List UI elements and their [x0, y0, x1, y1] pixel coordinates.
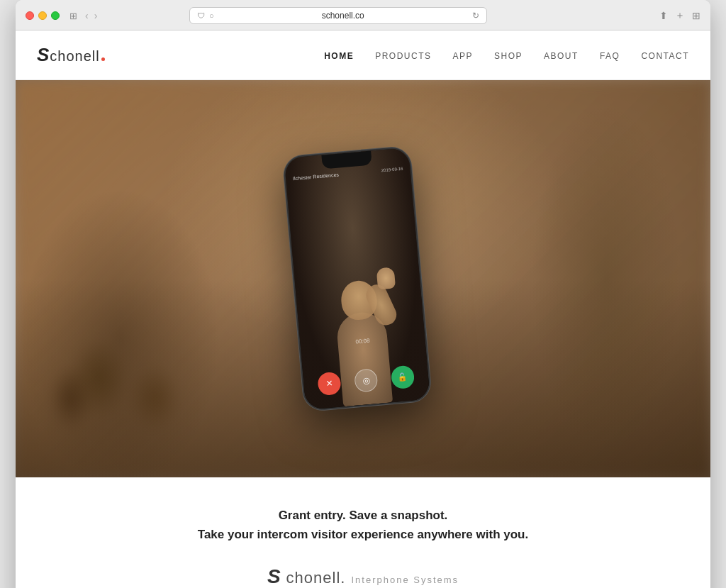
screen-date: 2019-09-16	[381, 167, 403, 174]
tabs-icon[interactable]: ⊞	[692, 10, 700, 21]
nav-item-app[interactable]: APP	[453, 51, 474, 61]
website: S chonell HOME PRODUCTS APP SHOP ABOUT F…	[16, 30, 710, 588]
phone-screen: Ilchester Residences 2019-09-16 00:08 ✕	[284, 148, 430, 410]
decline-button[interactable]: ✕	[317, 372, 342, 396]
forward-button[interactable]: ›	[92, 9, 100, 23]
phone-container: Ilchester Residences 2019-09-16 00:08 ✕	[292, 137, 434, 421]
maximize-button[interactable]	[51, 11, 60, 20]
footer-logo: S chonell. Interphone Systems	[37, 565, 689, 588]
screen-timer: 00:08	[355, 338, 370, 345]
hero-background: Ilchester Residences 2019-09-16 00:08 ✕	[16, 80, 710, 477]
decline-icon: ✕	[325, 378, 333, 389]
sidebar-toggle-icon[interactable]: ⊞	[69, 11, 77, 21]
lock-icon: ○	[209, 11, 214, 20]
site-logo: S chonell	[37, 44, 105, 66]
screen-location: Ilchester Residences	[293, 172, 339, 182]
share-icon[interactable]: ⬆	[659, 10, 668, 21]
logo-text: chonell	[50, 48, 99, 65]
camera-button[interactable]: ◎	[354, 368, 379, 393]
lock-button[interactable]: 🔓	[391, 365, 415, 390]
camera-icon: ◎	[362, 375, 370, 386]
lock-open-icon: 🔓	[398, 372, 408, 382]
tagline-line1: Grant entry. Save a snapshot.	[37, 506, 689, 525]
hero-tagline: Grant entry. Save a snapshot. Take your …	[37, 506, 689, 544]
person-hand	[376, 267, 396, 289]
browser-window: ⊞ ‹ › 🛡 ○ schonell.co ↻ ⬆ ＋ ⊞ S chonell	[16, 0, 710, 588]
footer-logo-sub: Interphone Systems	[351, 575, 459, 585]
traffic-lights	[26, 11, 60, 20]
minimize-button[interactable]	[38, 11, 47, 20]
back-button[interactable]: ‹	[83, 9, 91, 23]
nav-links: HOME PRODUCTS APP SHOP ABOUT FAQ CONTACT	[324, 49, 689, 62]
hero-section: Ilchester Residences 2019-09-16 00:08 ✕	[16, 80, 710, 477]
site-nav: S chonell HOME PRODUCTS APP SHOP ABOUT F…	[16, 30, 710, 80]
browser-chrome: ⊞ ‹ › 🛡 ○ schonell.co ↻ ⬆ ＋ ⊞	[16, 0, 710, 30]
phone-wrapper: Ilchester Residences 2019-09-16 00:08 ✕	[292, 137, 434, 421]
browser-toolbar-right: ⬆ ＋ ⊞	[659, 9, 700, 22]
nav-arrows: ‹ ›	[83, 9, 99, 23]
nav-item-products[interactable]: PRODUCTS	[375, 51, 431, 61]
phone-device: Ilchester Residences 2019-09-16 00:08 ✕	[282, 146, 432, 411]
footer-logo-s: S	[267, 565, 281, 588]
footer-logo-brand: chonell.	[286, 569, 346, 587]
hero-bottom: Grant entry. Save a snapshot. Take your …	[16, 477, 710, 588]
nav-item-faq[interactable]: FAQ	[600, 51, 620, 61]
tagline-line2: Take your intercom visitor experience an…	[37, 525, 689, 544]
nav-item-shop[interactable]: SHOP	[494, 51, 523, 61]
logo-dot	[101, 57, 105, 61]
logo-s-letter: S	[37, 44, 50, 66]
refresh-icon[interactable]: ↻	[472, 11, 479, 21]
security-icon: 🛡	[197, 11, 205, 20]
url-text[interactable]: schonell.co	[218, 11, 468, 21]
nav-item-home[interactable]: HOME	[324, 51, 354, 61]
new-tab-icon[interactable]: ＋	[675, 9, 685, 22]
nav-item-contact[interactable]: CONTACT	[641, 51, 689, 61]
browser-toolbar-left: ⊞ ‹ ›	[69, 9, 99, 23]
nav-item-about[interactable]: ABOUT	[544, 51, 579, 61]
address-bar[interactable]: 🛡 ○ schonell.co ↻	[189, 7, 487, 24]
close-button[interactable]	[26, 11, 34, 20]
